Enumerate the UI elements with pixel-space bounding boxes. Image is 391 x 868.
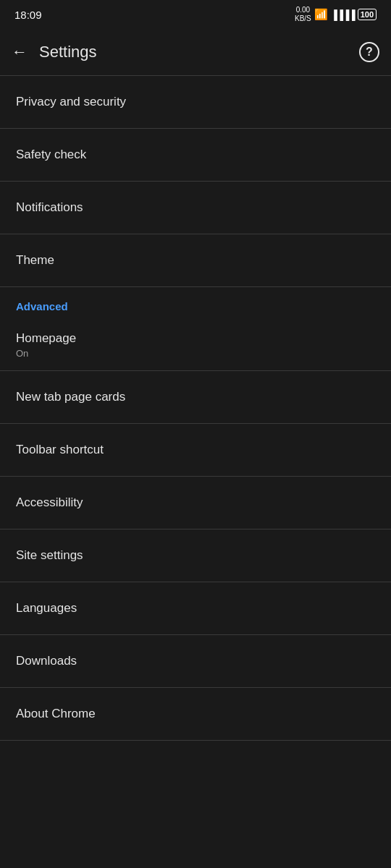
safety-label: Safety check [16, 146, 86, 163]
wifi-icon: 📶 [314, 8, 328, 21]
languages-label: Languages [16, 600, 77, 617]
about-label: About Chrome [16, 705, 96, 723]
settings-item-accessibility[interactable]: Accessibility [0, 477, 391, 529]
status-time: 18:09 [14, 9, 42, 21]
accessibility-label: Accessibility [16, 494, 83, 511]
help-button[interactable]: ? [359, 42, 379, 62]
settings-item-notifications[interactable]: Notifications [0, 182, 391, 234]
settings-item-about[interactable]: About Chrome [0, 688, 391, 740]
site-label: Site settings [16, 547, 83, 564]
homepage-label: Homepage [16, 330, 76, 347]
page-title: Settings [39, 43, 97, 61]
network-speed: 0.00KB/S [295, 6, 311, 23]
notifications-label: Notifications [16, 199, 83, 216]
downloads-label: Downloads [16, 652, 77, 670]
settings-item-homepage[interactable]: Homepage On [0, 318, 391, 370]
homepage-sublabel: On [16, 348, 76, 359]
signal-icon: ▐▐▐▐ [331, 9, 355, 20]
battery-icon: 100 [358, 9, 377, 20]
privacy-label: Privacy and security [16, 93, 126, 111]
advanced-section-header: Advanced [0, 287, 391, 318]
settings-item-safety[interactable]: Safety check [0, 129, 391, 181]
settings-item-languages[interactable]: Languages [0, 582, 391, 634]
toolbar-label: Toolbar shortcut [16, 441, 104, 459]
settings-item-newtab[interactable]: New tab page cards [0, 371, 391, 423]
header-left: ← Settings [12, 43, 97, 61]
settings-item-site[interactable]: Site settings [0, 529, 391, 582]
settings-item-theme[interactable]: Theme [0, 234, 391, 286]
app-header: ← Settings ? [0, 29, 391, 75]
back-button[interactable]: ← [12, 43, 28, 61]
settings-item-privacy[interactable]: Privacy and security [0, 76, 391, 128]
status-bar: 18:09 0.00KB/S 📶 ▐▐▐▐ 100 [0, 0, 391, 29]
settings-item-toolbar[interactable]: Toolbar shortcut [0, 424, 391, 476]
divider-12 [0, 740, 391, 741]
newtab-label: New tab page cards [16, 388, 125, 406]
theme-label: Theme [16, 252, 54, 269]
settings-item-downloads[interactable]: Downloads [0, 635, 391, 687]
status-icons: 0.00KB/S 📶 ▐▐▐▐ 100 [295, 6, 377, 23]
